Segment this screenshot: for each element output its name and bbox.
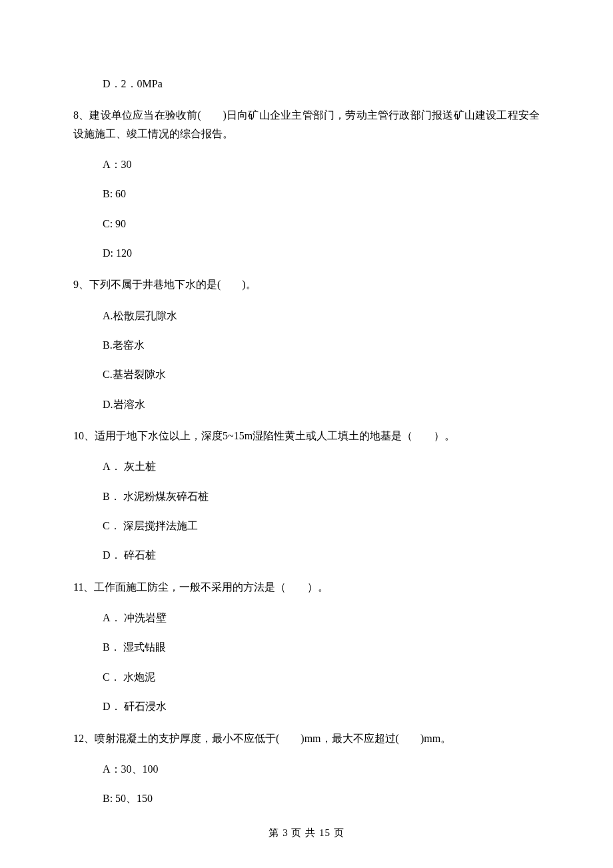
q10-options: A． 灰土桩 B． 水泥粉煤灰碎石桩 C． 深层搅拌法施工 D． 碎石桩 <box>73 459 540 563</box>
q12-option-a: A：30、100 <box>103 762 540 777</box>
q9-text: 9、下列不属于井巷地下水的是( )。 <box>73 275 540 293</box>
q8-text: 8、建设单位应当在验收前( )日向矿山企业主管部门，劳动主管行政部门报送矿山建设… <box>73 106 540 142</box>
q8-option-b: B: 60 <box>103 187 540 201</box>
q8-option-d: D: 120 <box>103 246 540 261</box>
q10-option-d: D． 碎石桩 <box>103 548 540 563</box>
q9-option-b: B.老窑水 <box>103 338 540 353</box>
q9-options: A.松散层孔隙水 B.老窑水 C.基岩裂隙水 D.岩溶水 <box>73 309 540 413</box>
q8-options: A：30 B: 60 C: 90 D: 120 <box>73 157 540 261</box>
q8-option-c: C: 90 <box>103 217 540 231</box>
q11-option-b: B． 湿式钻眼 <box>103 640 540 655</box>
q9-option-c: C.基岩裂隙水 <box>103 367 540 382</box>
q11-options: A． 冲洗岩壁 B． 湿式钻眼 C． 水炮泥 D． 矸石浸水 <box>73 611 540 715</box>
q12-options: A：30、100 B: 50、150 <box>73 762 540 807</box>
q10-option-a: A． 灰土桩 <box>103 459 540 474</box>
page-footer: 第 3 页 共 15 页 <box>0 826 613 840</box>
q10-option-b: B． 水泥粉煤灰碎石桩 <box>103 489 540 504</box>
q7-option-d: D．2．0MPa <box>103 77 540 91</box>
q11-text: 11、工作面施工防尘，一般不采用的方法是（ ）。 <box>73 578 540 596</box>
q10-option-c: C． 深层搅拌法施工 <box>103 519 540 533</box>
q9-option-a: A.松散层孔隙水 <box>103 309 540 323</box>
q9-option-d: D.岩溶水 <box>103 397 540 412</box>
q8-option-a: A：30 <box>103 157 540 172</box>
q12-option-b: B: 50、150 <box>103 791 540 806</box>
q12-text: 12、喷射混凝土的支护厚度，最小不应低于( )mm，最大不应超过( )mm。 <box>73 729 540 747</box>
q10-text: 10、适用于地下水位以上，深度5~15m湿陷性黄土或人工填土的地基是（ ）。 <box>73 427 540 445</box>
page: D．2．0MPa 8、建设单位应当在验收前( )日向矿山企业主管部门，劳动主管行… <box>0 0 613 868</box>
q11-option-c: C． 水炮泥 <box>103 670 540 685</box>
q11-option-d: D． 矸石浸水 <box>103 699 540 714</box>
q11-option-a: A． 冲洗岩壁 <box>103 611 540 625</box>
